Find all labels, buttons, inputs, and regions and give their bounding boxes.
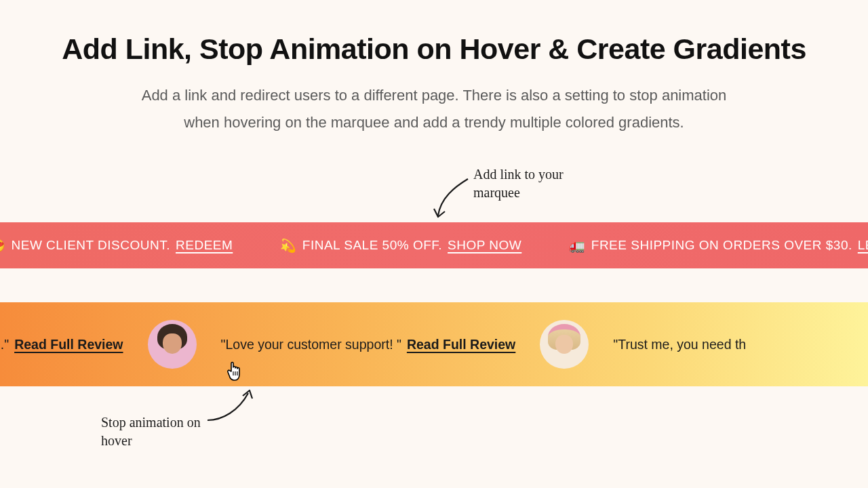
avatar xyxy=(148,320,197,369)
page-title: Add Link, Stop Animation on Hover & Crea… xyxy=(0,33,868,66)
marquee-text: NEW CLIENT DISCOUNT. xyxy=(12,238,171,253)
arrow-icon xyxy=(203,386,264,427)
emoji-icon: 💫 xyxy=(280,238,297,253)
review-quote: "Love your customer support! " xyxy=(221,337,401,352)
avatar xyxy=(540,320,589,369)
page-subtitle: Add a link and redirect users to a diffe… xyxy=(129,82,739,136)
marquee-link-redeem[interactable]: REDEEM xyxy=(176,238,233,253)
marquee-link-learn[interactable]: LEARN MORE xyxy=(858,238,868,253)
marquee-text: FINAL SALE 50% OFF. xyxy=(302,238,442,253)
read-review-link[interactable]: Read Full Review xyxy=(14,337,123,352)
review-item[interactable]: "Love your customer support! " Read Full… xyxy=(221,337,516,352)
arrow-icon xyxy=(426,175,473,224)
marquee-text: FREE SHIPPING ON ORDERS OVER $30. xyxy=(591,238,852,253)
review-item[interactable]: ral deodorant I've ever tried." Read Ful… xyxy=(0,337,123,352)
emoji-icon: 🚛 xyxy=(569,238,586,253)
marquee-reviews[interactable]: ral deodorant I've ever tried." Read Ful… xyxy=(0,302,868,386)
read-review-link[interactable]: Read Full Review xyxy=(407,337,515,352)
pointer-cursor-icon xyxy=(225,359,245,382)
emoji-icon: 😍 xyxy=(0,238,6,253)
marquee-item[interactable]: 💫 FINAL SALE 50% OFF. SHOP NOW xyxy=(280,238,521,253)
marquee-announcements[interactable]: 😍 NEW CLIENT DISCOUNT. REDEEM 💫 FINAL SA… xyxy=(0,222,868,268)
annotation-stop-hover: Stop animation on hover xyxy=(101,413,216,450)
review-quote: ral deodorant I've ever tried." xyxy=(0,337,9,352)
marquee-item[interactable]: 🚛 FREE SHIPPING ON ORDERS OVER $30. LEAR… xyxy=(569,238,868,253)
marquee-item[interactable]: 😍 NEW CLIENT DISCOUNT. REDEEM xyxy=(0,238,233,253)
annotation-add-link: Add link to your marquee xyxy=(473,165,609,202)
review-quote: "Trust me, you need th xyxy=(613,337,746,352)
review-item[interactable]: "Trust me, you need th xyxy=(613,337,746,352)
marquee-link-shop[interactable]: SHOP NOW xyxy=(448,238,521,253)
